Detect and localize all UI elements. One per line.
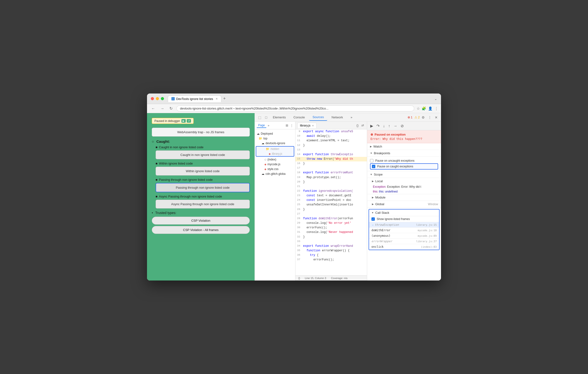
button-async-passing[interactable]: Async Passing through non ignore listed …: [156, 200, 250, 209]
show-ignore-label: Show ignore-listed frames: [377, 217, 410, 221]
chevron-right-icon: ▶: [370, 145, 372, 148]
scope-section-header[interactable]: ▼ Scope: [367, 171, 441, 178]
tab-elements[interactable]: Elements: [269, 114, 289, 120]
tree-label-hidden: hidden: [271, 147, 279, 151]
tab-network[interactable]: Network: [328, 114, 346, 120]
warn-icon: ⚠: [414, 116, 417, 119]
error-icon: ⊗: [408, 116, 410, 119]
new-tab-button[interactable]: +: [221, 96, 228, 101]
breakpoints-section-header[interactable]: ▼ Breakpoints: [367, 150, 441, 157]
more-icon[interactable]: ⋮: [427, 115, 433, 120]
paused-badge: Paused in debugger ▶ ↺: [152, 118, 194, 124]
inspect-icon[interactable]: ⬚: [257, 115, 263, 120]
editor-tab-close-icon[interactable]: ✕: [312, 124, 314, 127]
show-ignore-checkbox[interactable]: ✓: [371, 217, 375, 221]
step-out-icon[interactable]: ↑: [387, 123, 391, 129]
tree-item-library-js[interactable]: ◈ library.js: [256, 151, 294, 156]
step-icon[interactable]: ↺: [187, 119, 191, 123]
code-line-23: 23 const text = document.getE: [295, 193, 367, 198]
tab-more[interactable]: »: [347, 114, 356, 120]
sources-sidebar-icons: ⊞ ⋮: [286, 124, 293, 127]
callstack-header[interactable]: ▼ Call Stack: [369, 210, 439, 216]
paused-badge-text: Paused in debugger: [154, 119, 180, 123]
back-button[interactable]: ←: [150, 106, 157, 111]
step-icon[interactable]: →: [392, 123, 399, 129]
file-icon-style: ◈: [264, 168, 266, 171]
deactivate-breakpoints-icon[interactable]: ⊘: [399, 123, 405, 129]
callstack-loc-2: mycode.js:89: [418, 234, 437, 237]
tree-label-deployed: Deployed: [261, 132, 273, 135]
devtools-panel: ⬚ □ Elements Console Sources Network » ⊗…: [254, 113, 441, 280]
folder-icon-hidden: 📁: [266, 147, 269, 151]
code-line-17: 17: [295, 166, 367, 171]
tree-item-hidden[interactable]: 📁 hidden: [256, 147, 294, 151]
sidebar-toggle-icon[interactable]: ⊞: [286, 124, 288, 127]
forward-button[interactable]: →: [159, 106, 166, 111]
extension-icon[interactable]: 🧩: [422, 107, 426, 111]
callstack-loc-0: library.js:15: [416, 223, 437, 226]
chevron-down-icon[interactable]: ⌄: [434, 97, 437, 101]
chevron-down-callstack: ▼: [371, 211, 374, 214]
code-line-14: 14 export function throwExceptio: [295, 152, 367, 157]
button-caught-non-ignore[interactable]: Caught in non ignore listed code: [156, 150, 250, 159]
code-line-30: 30 errorFunc();: [295, 225, 367, 230]
tree-item-deployed[interactable]: ☁ Deployed: [255, 131, 295, 136]
tab-console[interactable]: Console: [290, 114, 308, 120]
sources-tab-more[interactable]: »: [268, 124, 269, 127]
warn-count: ⚠ 2: [414, 115, 420, 120]
menu-icon[interactable]: ⋮: [435, 107, 438, 111]
scope-local-header[interactable]: ▶ Local: [367, 178, 441, 184]
format-icon[interactable]: {}: [356, 123, 359, 128]
callstack-entry-3[interactable]: errorWrapper library.js:37: [369, 239, 439, 244]
button-within-ignore[interactable]: Within ignore listed code: [156, 167, 250, 176]
minimize-button[interactable]: [156, 97, 159, 100]
resume-icon[interactable]: ▶: [369, 123, 374, 129]
code-line-22: 22 function ignoredcspviolation(: [295, 189, 367, 193]
tree-item-mycode[interactable]: ◈ mycode.js: [255, 162, 295, 167]
tree-item-devtools-ignore[interactable]: ☁ devtools-ignore: [255, 141, 295, 146]
bookmark-icon[interactable]: ☆: [417, 107, 420, 111]
tree-item-top[interactable]: 📁 top: [255, 136, 295, 141]
cloud-icon: ☁: [257, 132, 260, 135]
callstack-entry-2[interactable]: (anonymous) mycode.js:89: [369, 233, 439, 239]
callstack-entry-4[interactable]: onclick (index):83: [369, 244, 439, 250]
trusted-csp-violation[interactable]: CSP Violation: [152, 217, 250, 224]
scope-global-header[interactable]: ▶ Global Window: [367, 201, 441, 208]
reload-button[interactable]: ↻: [168, 106, 174, 111]
callstack-entry-0[interactable]: → throwException library.js:15: [369, 222, 439, 228]
address-input[interactable]: devtools-ignore-list-stories.glitch.me/#…: [176, 106, 414, 111]
profile-icon[interactable]: 👤: [428, 107, 433, 111]
main-area: Paused in debugger ▶ ↺ WebAssembly trap …: [147, 113, 441, 280]
sources-sidebar: Page » ⊞ ⋮ ☁ Deployed 📁: [255, 122, 295, 280]
sidebar-more-icon[interactable]: ⋮: [290, 124, 293, 127]
file-icon-index: ◇: [264, 158, 266, 161]
scope-module-header[interactable]: ▶ Module: [367, 194, 441, 201]
tab-close-button[interactable]: ✕: [216, 97, 218, 100]
watch-section-header[interactable]: ▶ Watch: [367, 143, 441, 150]
tree-item-index[interactable]: ◇ (index): [255, 157, 295, 162]
settings-icon[interactable]: ⚙: [420, 115, 426, 120]
resume-icon[interactable]: ▶: [181, 119, 186, 123]
device-icon[interactable]: □: [264, 115, 268, 120]
maximize-button[interactable]: [161, 97, 164, 100]
close-button[interactable]: [151, 97, 154, 100]
step-over-icon[interactable]: ↷: [375, 123, 381, 129]
tree-item-style[interactable]: ◈ style.css: [255, 167, 295, 171]
pause-uncaught-checkbox[interactable]: [370, 159, 373, 162]
button-passing-through[interactable]: Passing through non ignore listed code: [156, 183, 250, 192]
scope-local-section: ▶ Local Exception: Exception: Error: Why…: [367, 178, 441, 194]
global-value: Window: [428, 203, 438, 206]
caught-section-title: ○ Caught:: [152, 139, 250, 143]
sources-tab-page[interactable]: Page: [257, 123, 266, 128]
editor-tab-library[interactable]: library.js ✕: [297, 123, 316, 128]
sync-icon[interactable]: ⇄: [360, 123, 365, 128]
callstack-entry-1[interactable]: doWithError mycode.js:18: [369, 228, 439, 233]
step-into-icon[interactable]: ↓: [382, 123, 386, 129]
trusted-csp-violation-all[interactable]: CSP Violation - All frames: [152, 226, 250, 234]
tab-sources[interactable]: Sources: [309, 114, 327, 121]
browser-tab[interactable]: DevTools ignore list stories ✕: [168, 96, 221, 102]
tree-item-cdn[interactable]: ☁ cdn.glitch.globa: [255, 171, 295, 176]
scope-global-label: Global: [375, 202, 384, 206]
pause-caught-checkbox[interactable]: ✓: [372, 165, 375, 168]
close-devtools-icon[interactable]: ✕: [433, 115, 439, 120]
